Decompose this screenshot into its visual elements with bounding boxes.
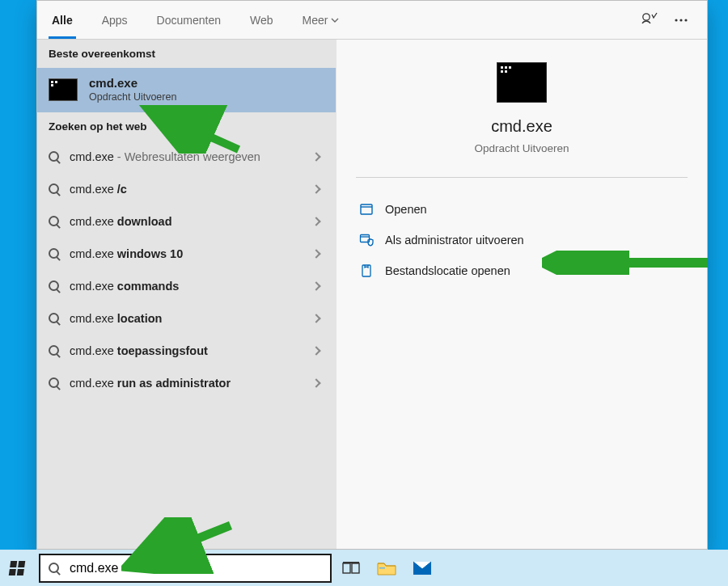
search-icon (49, 345, 60, 356)
tab-more-label: Meer (303, 14, 328, 27)
best-match-title: cmd.exe (89, 76, 176, 90)
file-explorer-button[interactable] (370, 550, 403, 586)
tab-web[interactable]: Web (235, 1, 288, 39)
svg-rect-7 (343, 563, 350, 573)
folder-location-icon (359, 263, 374, 278)
action-open-file-location-label: Bestandslocatie openen (385, 264, 510, 277)
folder-icon (377, 560, 396, 576)
cmd-icon (49, 78, 78, 101)
web-result-label: cmd.exe /c (70, 183, 303, 196)
section-best-match-title: Beste overeenkomst (37, 40, 336, 68)
open-icon (359, 202, 374, 217)
best-match-subtitle: Opdracht Uitvoeren (89, 91, 176, 103)
web-result-label: cmd.exe - Webresultaten weergeven (70, 150, 303, 163)
web-results-list: cmd.exe - Webresultaten weergevencmd.exe… (37, 141, 336, 399)
action-open-file-location[interactable]: Bestandslocatie openen (356, 255, 688, 286)
task-view-icon (342, 561, 360, 575)
action-open-label: Openen (385, 203, 427, 216)
svg-rect-4 (361, 204, 372, 214)
taskbar (0, 550, 728, 586)
chevron-right-icon (311, 378, 320, 387)
web-result-item[interactable]: cmd.exe windows 10 (37, 238, 336, 270)
section-web-title: Zoeken op het web (37, 112, 336, 141)
web-result-label: cmd.exe toepassingsfout (70, 344, 303, 357)
shield-open-icon (359, 233, 374, 247)
task-view-button[interactable] (335, 550, 367, 586)
svg-rect-8 (352, 563, 359, 573)
search-icon (49, 280, 60, 292)
preview-header: cmd.exe Opdracht Uitvoeren (356, 62, 688, 178)
cmd-large-icon (497, 62, 547, 103)
action-run-as-admin-label: Als administrator uitvoeren (385, 234, 524, 247)
tab-more[interactable]: Meer (288, 1, 354, 39)
action-run-as-admin[interactable]: Als administrator uitvoeren (356, 225, 688, 255)
web-result-label: cmd.exe download (70, 215, 303, 228)
web-result-item[interactable]: cmd.exe run as administrator (37, 367, 336, 399)
svg-point-2 (679, 19, 682, 21)
chevron-right-icon (311, 281, 320, 290)
preview-actions: Openen Als administrator uitvoeren Besta… (356, 194, 688, 286)
preview-title: cmd.exe (491, 117, 552, 136)
action-open[interactable]: Openen (356, 194, 688, 225)
search-icon (49, 216, 60, 227)
web-result-item[interactable]: cmd.exe /c (37, 173, 336, 205)
chevron-right-icon (311, 314, 320, 323)
web-result-label: cmd.exe run as administrator (70, 377, 303, 390)
svg-rect-10 (379, 567, 385, 569)
tab-documents[interactable]: Documenten (142, 1, 235, 39)
web-result-item[interactable]: cmd.exe location (37, 302, 336, 335)
preview-subtitle: Opdracht Uitvoeren (474, 142, 569, 154)
mail-button[interactable] (406, 550, 438, 586)
taskbar-search-input[interactable] (68, 560, 322, 576)
search-icon (49, 377, 60, 389)
svg-point-0 (643, 13, 650, 19)
best-match-result[interactable]: cmd.exe Opdracht Uitvoeren (37, 68, 336, 112)
start-button[interactable] (0, 550, 34, 586)
search-filter-tabs: Alle Apps Documenten Web Meer (37, 1, 707, 40)
preview-column: cmd.exe Opdracht Uitvoeren Openen Als ad… (336, 40, 707, 549)
chevron-right-icon (311, 184, 320, 193)
search-icon (49, 313, 60, 324)
web-result-item[interactable]: cmd.exe download (37, 205, 336, 238)
tab-apps[interactable]: Apps (87, 1, 142, 39)
search-icon (49, 563, 60, 574)
web-result-label: cmd.exe windows 10 (70, 247, 303, 260)
svg-point-1 (675, 19, 677, 21)
chevron-right-icon (311, 249, 320, 258)
web-result-item[interactable]: cmd.exe commands (37, 270, 336, 302)
svg-rect-9 (343, 562, 359, 563)
web-result-item[interactable]: cmd.exe toepassingsfout (37, 335, 336, 367)
chevron-right-icon (311, 152, 320, 161)
feedback-icon[interactable] (641, 12, 658, 28)
web-result-item[interactable]: cmd.exe - Webresultaten weergeven (37, 141, 336, 173)
windows-logo-icon (9, 561, 26, 575)
chevron-down-icon (331, 16, 339, 24)
mail-icon (413, 561, 432, 575)
search-panel: Alle Apps Documenten Web Meer Beste over… (36, 0, 708, 550)
tab-all[interactable]: Alle (37, 1, 87, 39)
chevron-right-icon (311, 346, 320, 355)
results-column: Beste overeenkomst cmd.exe Opdracht Uitv… (37, 40, 336, 549)
web-result-label: cmd.exe location (70, 312, 303, 325)
more-options-icon[interactable] (673, 12, 689, 28)
search-icon (49, 183, 60, 195)
chevron-right-icon (311, 217, 320, 226)
svg-point-3 (684, 19, 687, 21)
search-icon (49, 151, 60, 162)
search-icon (49, 248, 60, 259)
taskbar-search-box[interactable] (39, 554, 332, 583)
web-result-label: cmd.exe commands (70, 280, 303, 293)
